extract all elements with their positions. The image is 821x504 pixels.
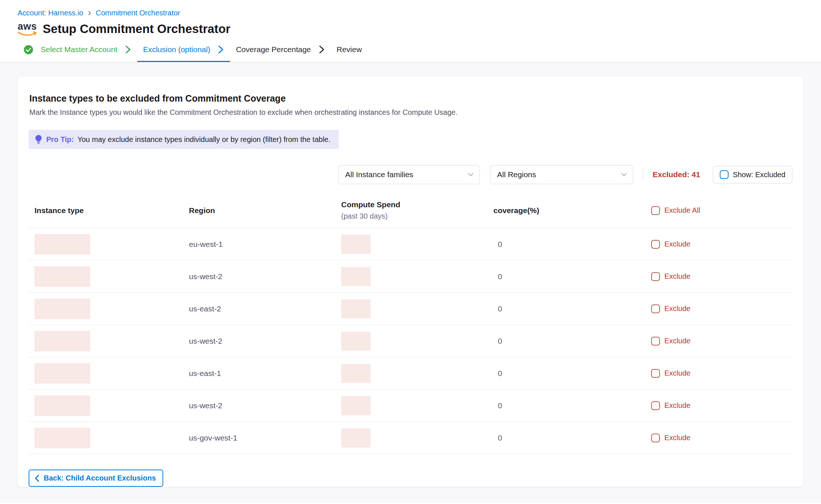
table-row: us-west-2 0 Exclude xyxy=(29,260,792,293)
region-cell: us-west-2 xyxy=(189,337,341,346)
excluded-count: Excluded: 41 xyxy=(653,170,700,179)
exclude-control[interactable]: Exclude xyxy=(651,337,792,346)
table-row: us-gov-west-1 0 Exclude xyxy=(29,422,792,454)
exclude-all-label: Exclude All xyxy=(664,206,700,215)
redacted-instance-type xyxy=(34,428,90,448)
exclude-checkbox[interactable] xyxy=(651,401,660,410)
instance-families-select[interactable]: All Instance families xyxy=(338,165,480,184)
regions-select[interactable]: All Regions xyxy=(490,165,633,184)
col-header-instance-type: Instance type xyxy=(29,206,189,215)
exclude-checkbox[interactable] xyxy=(651,434,660,442)
step-label: Select Master Account xyxy=(41,45,117,54)
pro-tip-banner: Pro Tip: You may exclude instance types … xyxy=(29,130,339,149)
redacted-compute-spend xyxy=(341,267,371,286)
exclude-control[interactable]: Exclude xyxy=(651,369,792,378)
redacted-instance-type xyxy=(34,363,90,384)
aws-logo: aws xyxy=(18,22,37,36)
step-label: Exclusion (optional) xyxy=(143,45,210,54)
redacted-instance-type xyxy=(34,299,90,319)
filter-row: All Instance families All Regions Exclud… xyxy=(29,165,792,184)
exclude-control[interactable]: Exclude xyxy=(651,304,792,313)
title-row: aws Setup Commitment Orchestrator xyxy=(18,22,803,38)
coverage-cell: 0 xyxy=(493,304,651,313)
exclude-checkbox[interactable] xyxy=(651,304,660,313)
redacted-compute-spend xyxy=(341,235,371,254)
region-cell: us-east-2 xyxy=(189,304,341,313)
breadcrumb: Account: Harness.io Commitment Orchestra… xyxy=(18,9,803,17)
exclude-label: Exclude xyxy=(664,272,690,281)
exclude-label: Exclude xyxy=(664,240,690,248)
step-review[interactable]: Review xyxy=(331,38,368,62)
page-title: Setup Commitment Orchestrator xyxy=(43,22,231,36)
chevron-down-icon xyxy=(621,173,627,176)
page-header: Account: Harness.io Commitment Orchestra… xyxy=(0,0,821,38)
breadcrumb-chevron-icon xyxy=(87,11,92,16)
exclude-label: Exclude xyxy=(664,369,690,377)
step-select-master-account[interactable]: Select Master Account xyxy=(18,38,137,62)
exclude-checkbox[interactable] xyxy=(651,369,660,378)
col-header-coverage: coverage(%) xyxy=(493,206,651,215)
main-content: Instance types to be excluded from Commi… xyxy=(0,62,821,503)
setup-stepper: Select Master Account Exclusion (optiona… xyxy=(0,38,821,62)
back-button-label: Back: Child Account Exclusions xyxy=(44,474,156,482)
table-row: us-east-2 0 Exclude xyxy=(29,293,792,325)
exclude-label: Exclude xyxy=(664,401,690,410)
redacted-compute-spend xyxy=(341,332,371,351)
col-header-region: Region xyxy=(189,206,341,215)
coverage-cell: 0 xyxy=(493,240,651,249)
coverage-cell: 0 xyxy=(493,434,651,442)
table-row: us-east-1 0 Exclude xyxy=(29,357,792,390)
exclude-checkbox[interactable] xyxy=(651,272,660,281)
chevron-left-icon xyxy=(34,475,39,482)
breadcrumb-account-link[interactable]: Account: Harness.io xyxy=(18,9,83,17)
exclude-control[interactable]: Exclude xyxy=(651,272,792,281)
coverage-cell: 0 xyxy=(493,369,651,378)
region-cell: eu-west-1 xyxy=(189,240,341,249)
redacted-compute-spend xyxy=(341,396,371,415)
panel-title: Instance types to be excluded from Commi… xyxy=(29,93,792,104)
redacted-compute-spend xyxy=(341,428,371,448)
show-excluded-checkbox[interactable] xyxy=(720,170,729,179)
region-cell: us-west-2 xyxy=(189,272,341,281)
pro-tip-text: You may exclude instance types individua… xyxy=(77,135,331,144)
exclude-label: Exclude xyxy=(664,337,690,345)
exclude-label: Exclude xyxy=(664,434,690,442)
table-row: us-west-2 0 Exclude xyxy=(29,390,792,422)
redacted-instance-type xyxy=(34,234,90,255)
redacted-instance-type xyxy=(34,266,90,287)
show-excluded-label: Show: Excluded xyxy=(733,171,785,179)
redacted-compute-spend xyxy=(341,364,371,383)
step-chevron-icon xyxy=(218,45,224,54)
instance-families-value: All Instance families xyxy=(345,170,413,179)
breadcrumb-page-link[interactable]: Commitment Orchestrator xyxy=(96,9,180,17)
regions-value: All Regions xyxy=(497,170,536,179)
exclude-checkbox[interactable] xyxy=(651,337,660,346)
pro-tip-label: Pro Tip: xyxy=(46,135,74,144)
panel-subtitle: Mark the Instance types you would like t… xyxy=(29,108,792,117)
region-cell: us-gov-west-1 xyxy=(189,434,341,442)
coverage-cell: 0 xyxy=(493,337,651,346)
redacted-instance-type xyxy=(34,395,90,416)
table-header-row: Instance type Region Compute Spend (past… xyxy=(29,200,792,228)
exclude-all-control[interactable]: Exclude All xyxy=(651,206,792,215)
aws-smile-icon xyxy=(18,32,37,36)
step-label: Coverage Percentage xyxy=(236,45,311,54)
chevron-down-icon xyxy=(468,173,474,176)
coverage-cell: 0 xyxy=(493,272,651,281)
exclude-label: Exclude xyxy=(664,304,690,313)
filter-divider xyxy=(643,167,643,182)
show-excluded-button[interactable]: Show: Excluded xyxy=(713,166,792,183)
table-row: eu-west-1 0 Exclude xyxy=(29,228,792,260)
exclude-checkbox[interactable] xyxy=(651,240,660,249)
redacted-compute-spend xyxy=(341,299,371,318)
step-exclusion-optional[interactable]: Exclusion (optional) xyxy=(137,38,230,62)
step-coverage-percentage[interactable]: Coverage Percentage xyxy=(230,38,331,62)
back-child-account-exclusions-button[interactable]: Back: Child Account Exclusions xyxy=(29,470,163,487)
exclude-all-checkbox[interactable] xyxy=(651,206,660,215)
region-cell: us-east-1 xyxy=(189,369,341,378)
step-chevron-icon xyxy=(318,45,325,54)
exclude-control[interactable]: Exclude xyxy=(651,240,792,249)
exclude-control[interactable]: Exclude xyxy=(651,401,792,410)
step-label: Review xyxy=(337,45,362,54)
exclude-control[interactable]: Exclude xyxy=(651,434,792,442)
